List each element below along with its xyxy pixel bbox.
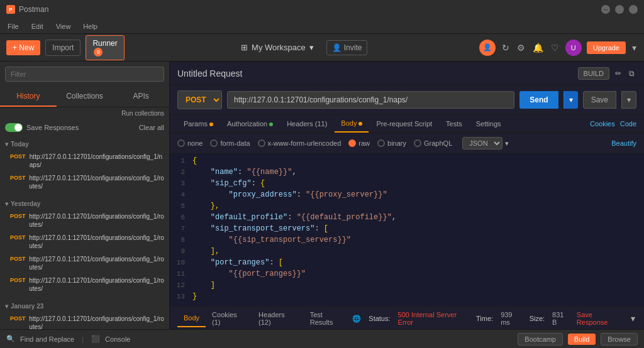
list-item[interactable]: POST http://127.0.0.1:12701/configuratio… bbox=[0, 253, 169, 274]
runner-button[interactable]: Runner 9 bbox=[86, 35, 124, 60]
content-area: Launchpad 🥾 Bootcamp POST http://127.0.0… bbox=[170, 62, 644, 329]
tab-headers[interactable]: Headers (11) bbox=[280, 116, 333, 132]
menu-help[interactable]: Help bbox=[80, 21, 100, 31]
item-url: http://127.0.0.1:12701/configurations/co… bbox=[29, 174, 164, 190]
list-item[interactable]: POST http://127.0.0.1:12701/configuratio… bbox=[0, 231, 169, 253]
request-header: Untitled Request BUILD ✏ ⧉ bbox=[170, 62, 644, 85]
save-response-button[interactable]: Save Response bbox=[577, 311, 622, 326]
new-button[interactable]: + New bbox=[6, 40, 40, 55]
list-item[interactable]: POST http://127.0.0.1:12701/configuratio… bbox=[0, 274, 169, 295]
radio-none[interactable]: none bbox=[177, 139, 203, 147]
clear-all-button[interactable]: Clear all bbox=[139, 124, 164, 131]
tab-settings[interactable]: Settings bbox=[470, 116, 508, 132]
workspace-selector[interactable]: ⊞ My Workspace ▾ bbox=[236, 40, 319, 55]
tab-apis[interactable]: APIs bbox=[113, 87, 169, 107]
save-button[interactable]: Save bbox=[583, 91, 616, 109]
tab-body[interactable]: Body bbox=[335, 115, 369, 133]
list-item[interactable]: POST http://127.0.0.1:12701/configuratio… bbox=[0, 210, 169, 231]
url-bar: POST Send ▾ Save ▾ bbox=[170, 85, 644, 115]
bell-icon[interactable]: 🔔 bbox=[531, 41, 545, 54]
resp-tab-body[interactable]: Body bbox=[177, 310, 206, 327]
radio-dot-none bbox=[177, 139, 185, 147]
build-button[interactable]: BUILD bbox=[578, 67, 609, 80]
section-today-label: Today bbox=[0, 138, 169, 150]
maximize-button[interactable] bbox=[615, 5, 624, 14]
cookies-link[interactable]: Cookies bbox=[590, 120, 615, 128]
list-item[interactable]: POST http://127.0.0.1:12701/configuratio… bbox=[0, 150, 169, 171]
beautify-button[interactable]: Beautify bbox=[611, 139, 636, 147]
send-button[interactable]: Send bbox=[519, 91, 558, 109]
copy-icon[interactable]: ⧉ bbox=[627, 67, 636, 80]
search-icon: 🔍 bbox=[6, 335, 15, 343]
section-yesterday: Yesterday POST http://127.0.0.1:12701/co… bbox=[0, 195, 169, 298]
console-button[interactable]: Console bbox=[105, 335, 130, 343]
user-avatar[interactable]: U bbox=[565, 40, 582, 56]
radio-binary[interactable]: binary bbox=[377, 139, 406, 147]
list-item[interactable]: POST http://127.0.0.1:12701/configuratio… bbox=[0, 171, 169, 193]
method-badge: POST bbox=[8, 212, 26, 220]
method-badge: POST bbox=[8, 315, 26, 322]
search-input[interactable] bbox=[5, 67, 164, 82]
minimize-button[interactable]: ─ bbox=[601, 5, 610, 14]
save-dropdown-button[interactable]: ▾ bbox=[621, 91, 636, 109]
tab-tests[interactable]: Tests bbox=[440, 116, 469, 132]
radio-dot-graphql bbox=[414, 139, 421, 147]
radio-urlencoded[interactable]: x-www-form-urlencoded bbox=[258, 139, 341, 147]
chevron-down-icon[interactable]: ▾ bbox=[631, 41, 638, 54]
code-line-6: 6 "default_profile": "{{default_profile}… bbox=[170, 213, 644, 224]
sync-icon[interactable]: ↻ bbox=[501, 41, 511, 54]
find-replace-button[interactable]: Find and Replace bbox=[20, 335, 74, 343]
workspace-chevron-icon: ▾ bbox=[309, 43, 314, 52]
title-bar-left: P Postman bbox=[6, 5, 48, 14]
sidebar-actions: Save Responses Clear all bbox=[0, 119, 169, 136]
bootcamp-button[interactable]: Bootcamp bbox=[518, 333, 563, 345]
send-dropdown-button[interactable]: ▾ bbox=[564, 91, 578, 109]
radio-raw[interactable]: raw bbox=[348, 139, 370, 147]
heart-icon[interactable]: ♡ bbox=[550, 41, 560, 54]
radio-form-data[interactable]: form-data bbox=[210, 139, 250, 147]
toolbar: + New Import Runner 9 ⊞ My Workspace ▾ 👤… bbox=[0, 34, 644, 62]
menu-edit[interactable]: Edit bbox=[29, 21, 46, 31]
item-url: http://127.0.0.1:12701/configurations/co… bbox=[29, 255, 164, 271]
browse-button[interactable]: Browse bbox=[601, 333, 638, 345]
resp-tab-test-results[interactable]: Test Results bbox=[304, 307, 353, 329]
menu-file[interactable]: File bbox=[5, 21, 21, 31]
title-bar: P Postman ─ bbox=[0, 0, 644, 19]
save-response-dropdown[interactable]: ▾ bbox=[630, 312, 636, 325]
import-button[interactable]: Import bbox=[45, 40, 80, 56]
close-button[interactable] bbox=[629, 5, 638, 14]
code-line-7: 7 "sip_transport_servers": [ bbox=[170, 224, 644, 236]
bottom-right: Bootcamp Build Browse bbox=[518, 333, 638, 345]
tab-pre-request[interactable]: Pre-request Script bbox=[370, 116, 438, 132]
invite-button[interactable]: 👤 Invite bbox=[326, 40, 368, 55]
globe-icon: 🌐 bbox=[352, 315, 361, 323]
build-bottom-button[interactable]: Build bbox=[568, 334, 596, 345]
tab-collections[interactable]: Collections bbox=[57, 87, 113, 107]
save-responses-label: Save Responses bbox=[26, 124, 79, 131]
code-line-9: 9 ], bbox=[170, 247, 644, 258]
sidebar-tabs: History Collections APIs bbox=[0, 87, 169, 107]
item-url: http://127.0.0.1:12701/configurations/co… bbox=[29, 212, 164, 229]
tab-params[interactable]: Params bbox=[177, 116, 219, 132]
body-format-select[interactable]: JSON bbox=[462, 137, 502, 150]
tab-history[interactable]: History bbox=[0, 87, 57, 107]
settings-icon[interactable]: ⚙ bbox=[516, 41, 526, 54]
code-link[interactable]: Code bbox=[620, 120, 636, 128]
tab-authorization[interactable]: Authorization bbox=[221, 116, 279, 132]
resp-tab-cookies[interactable]: Cookies (1) bbox=[206, 307, 252, 329]
run-collections-link[interactable]: Run collections bbox=[121, 110, 164, 117]
list-item[interactable]: POST http://127.0.0.1:12701/configuratio… bbox=[0, 312, 169, 329]
menu-view[interactable]: View bbox=[53, 21, 74, 31]
section-january-label: January 23 bbox=[0, 300, 169, 312]
bottom-left: 🔍 Find and Replace | ⬛ Console bbox=[6, 335, 130, 343]
upgrade-button[interactable]: Upgrade bbox=[587, 41, 626, 54]
resp-tab-headers[interactable]: Headers (12) bbox=[252, 307, 304, 329]
edit-icon[interactable]: ✏ bbox=[613, 67, 623, 80]
save-responses-toggle[interactable] bbox=[5, 123, 23, 132]
code-editor[interactable]: 1 { 2 "name": "{{name}}", 3 "sip_cfg": {… bbox=[170, 154, 644, 306]
radio-graphql[interactable]: GraphQL bbox=[414, 139, 452, 147]
method-select[interactable]: POST bbox=[177, 90, 222, 109]
main-layout: History Collections APIs Run collections… bbox=[0, 62, 644, 329]
url-input[interactable] bbox=[227, 91, 514, 109]
radio-dot-urlencoded bbox=[258, 139, 265, 147]
